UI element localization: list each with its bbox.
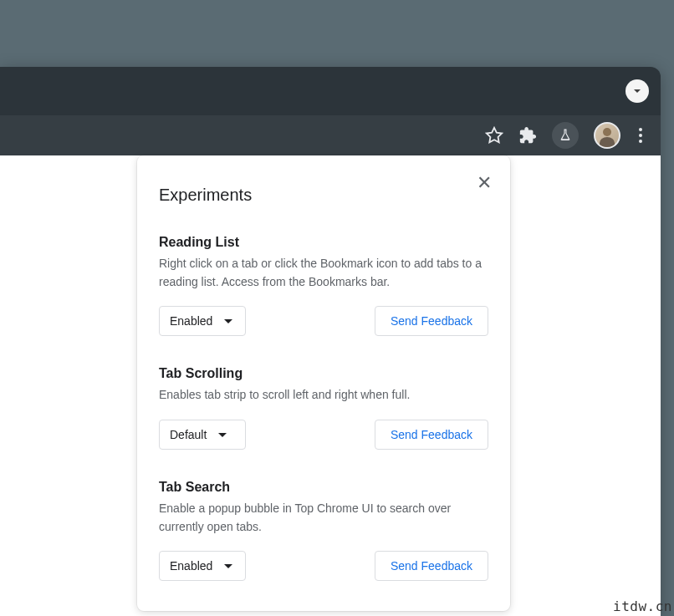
watermark-text: itdw.cn [613, 598, 672, 614]
experiment-description: Right click on a tab or click the Bookma… [159, 255, 488, 291]
state-dropdown[interactable]: Enabled [159, 306, 246, 336]
experiments-popup: Experiments ✕ Reading List Right click o… [137, 155, 510, 611]
browser-window: Experiments ✕ Reading List Right click o… [0, 67, 661, 616]
caret-down-icon [218, 433, 227, 437]
flask-icon [558, 128, 573, 143]
experiment-title: Tab Search [159, 480, 488, 495]
state-dropdown[interactable]: Enabled [159, 551, 246, 581]
dropdown-value: Enabled [170, 314, 212, 328]
experiment-title: Tab Scrolling [159, 366, 488, 381]
state-dropdown[interactable]: Default [159, 420, 246, 450]
send-feedback-button[interactable]: Send Feedback [375, 306, 488, 336]
experiment-controls: Enabled Send Feedback [159, 306, 488, 336]
experiment-item: Reading List Right click on a tab or cli… [159, 235, 488, 336]
experiments-flask-button[interactable] [552, 122, 579, 149]
send-feedback-button[interactable]: Send Feedback [375, 420, 488, 450]
profile-avatar[interactable] [594, 122, 620, 149]
caret-down-icon [224, 564, 232, 568]
caret-down-icon [224, 319, 232, 323]
close-button[interactable]: ✕ [475, 172, 493, 194]
dot-icon [639, 128, 642, 131]
experiment-item: Tab Search Enable a popup bubble in Top … [159, 480, 488, 581]
close-icon: ✕ [477, 172, 492, 193]
window-control-button[interactable] [625, 79, 649, 103]
experiment-description: Enables tab strip to scroll left and rig… [159, 386, 488, 405]
dot-icon [639, 140, 642, 143]
experiment-description: Enable a popup bubble in Top Chrome UI t… [159, 500, 488, 536]
popup-header: Experiments ✕ [159, 176, 488, 205]
extensions-puzzle-icon[interactable] [518, 126, 537, 145]
experiment-item: Tab Scrolling Enables tab strip to scrol… [159, 366, 488, 450]
experiment-controls: Default Send Feedback [159, 420, 488, 450]
browser-toolbar [0, 115, 661, 155]
popup-title: Experiments [159, 186, 252, 205]
page-content: Experiments ✕ Reading List Right click o… [0, 155, 661, 616]
send-feedback-button[interactable]: Send Feedback [375, 551, 488, 581]
overflow-menu-button[interactable] [636, 125, 646, 146]
dropdown-value: Default [170, 428, 207, 441]
dot-icon [639, 134, 642, 137]
bookmark-star-icon[interactable] [485, 126, 503, 145]
caret-down-icon [632, 86, 642, 96]
experiment-controls: Enabled Send Feedback [159, 551, 488, 581]
dropdown-value: Enabled [170, 559, 212, 573]
experiment-title: Reading List [159, 235, 488, 250]
window-titlebar [0, 67, 661, 115]
